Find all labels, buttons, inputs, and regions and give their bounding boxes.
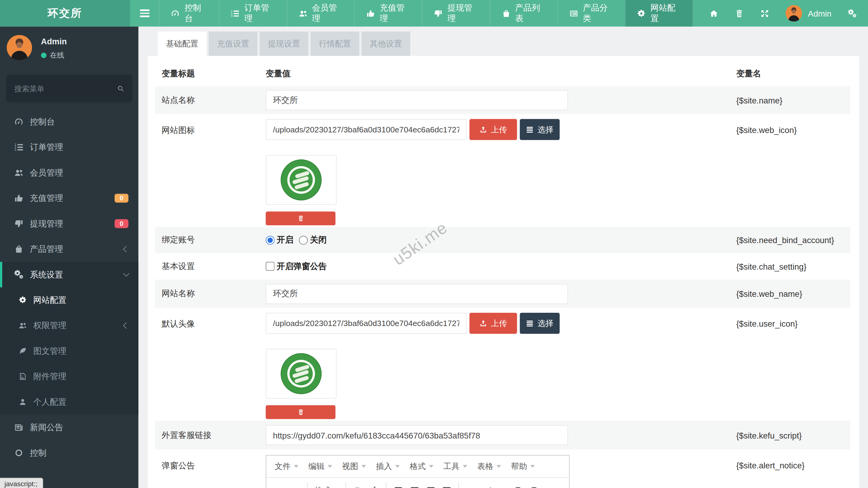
rich-text-editor: 文件 编辑 视图 插入 格式 工具 表格 帮助 bbox=[266, 455, 570, 488]
sidebar-item-content[interactable]: 图文管理 bbox=[0, 338, 138, 363]
tab-market-config[interactable]: 行情配置 bbox=[311, 32, 360, 56]
numbered-list-icon: 12 bbox=[489, 486, 499, 488]
trash-icon[interactable] bbox=[735, 8, 744, 18]
avatar[interactable] bbox=[7, 35, 32, 60]
top-nav: 控制台 123订单管理 会员管理 充值管理 提现管理 产品列表 产品分类 网站配… bbox=[159, 0, 693, 27]
row-title: 网站名称 bbox=[155, 288, 266, 299]
topnav-item-dashboard[interactable]: 控制台 bbox=[159, 0, 219, 27]
menu-file[interactable]: 文件 bbox=[270, 461, 303, 472]
search-input[interactable] bbox=[13, 84, 117, 93]
table-row: 网站名称 {$site.web_name} bbox=[155, 280, 850, 308]
web-icon-preview[interactable] bbox=[266, 155, 337, 205]
upload-button[interactable]: 上传 bbox=[469, 119, 517, 140]
indent-button[interactable] bbox=[525, 484, 539, 488]
topnav-item-members[interactable]: 会员管理 bbox=[286, 0, 354, 27]
topnav-item-products[interactable]: 产品列表 bbox=[490, 0, 557, 27]
delete-image-button[interactable] bbox=[266, 211, 335, 225]
sidebar-item-news[interactable]: 新闻公告 bbox=[0, 415, 138, 440]
row-title: 站点名称 bbox=[155, 95, 266, 105]
topnav-item-withdraw[interactable]: 提现管理 bbox=[422, 0, 490, 27]
topnav-item-orders[interactable]: 123订单管理 bbox=[219, 0, 286, 27]
menu-edit[interactable]: 编辑 bbox=[303, 461, 337, 472]
radio-option-on[interactable]: 开启 bbox=[266, 235, 293, 245]
avatar[interactable] bbox=[786, 5, 802, 22]
menu-insert[interactable]: 插入 bbox=[371, 461, 405, 472]
delete-image-button[interactable] bbox=[266, 405, 335, 419]
align-right-button[interactable] bbox=[424, 484, 437, 488]
sidebar-item-recharge[interactable]: 充值管理0 bbox=[0, 185, 138, 211]
thumbs-down-icon bbox=[434, 8, 443, 18]
align-justify-button[interactable] bbox=[439, 484, 453, 488]
radio-on[interactable] bbox=[266, 236, 275, 244]
sidebar-item-withdraw[interactable]: 提现管理0 bbox=[0, 211, 138, 236]
bold-button[interactable]: B bbox=[351, 484, 365, 488]
sidebar-toggle-button[interactable] bbox=[130, 0, 159, 27]
sidebar-item-permissions[interactable]: 权限管理 bbox=[0, 313, 138, 338]
menu-tools[interactable]: 工具 bbox=[438, 461, 472, 472]
user-icon bbox=[19, 398, 27, 406]
undo-button[interactable] bbox=[272, 484, 286, 488]
radio-option-off[interactable]: 关闭 bbox=[299, 235, 327, 245]
topnav-item-site-config[interactable]: 网站配置 bbox=[625, 0, 693, 27]
table-row: 弹窗公告 文件 编辑 视图 插入 格式 工具 表格 帮助 bbox=[155, 449, 850, 488]
sidebar-item-site-config[interactable]: 网站配置 bbox=[0, 287, 138, 313]
select-button[interactable]: 选择 bbox=[520, 119, 559, 140]
topnav-item-recharge[interactable]: 充值管理 bbox=[354, 0, 422, 27]
web-name-input[interactable] bbox=[266, 284, 568, 304]
menu-view[interactable]: 视图 bbox=[337, 461, 371, 472]
upload-button[interactable]: 上传 bbox=[469, 313, 517, 334]
svg-text:1: 1 bbox=[490, 486, 492, 488]
editor-menubar: 文件 编辑 视图 插入 格式 工具 表格 帮助 bbox=[266, 456, 569, 478]
profile-username[interactable]: Admin bbox=[41, 36, 67, 46]
user-menu[interactable]: Admin bbox=[808, 8, 832, 18]
kefu-link-input[interactable] bbox=[266, 425, 568, 445]
home-icon[interactable] bbox=[709, 8, 719, 18]
redo-button[interactable] bbox=[288, 484, 302, 488]
tab-recharge-settings[interactable]: 充值设置 bbox=[209, 32, 257, 56]
status-badge: 0 bbox=[115, 194, 128, 202]
menu-format[interactable]: 格式 bbox=[405, 461, 438, 472]
thumbs-up-icon bbox=[14, 193, 24, 203]
bullet-list-button[interactable] bbox=[464, 484, 478, 488]
sidebar-item-personal-config[interactable]: 个人配置 bbox=[0, 389, 138, 415]
sidebar-item-dashboard[interactable]: 控制台 bbox=[0, 109, 138, 134]
tab-other-settings[interactable]: 其他设置 bbox=[362, 32, 410, 56]
align-left-button[interactable] bbox=[392, 484, 405, 488]
checkbox-popup-notice[interactable]: 开启弹窗公告 bbox=[266, 261, 327, 271]
outdent-button[interactable] bbox=[509, 484, 523, 488]
numbered-list-button[interactable]: 12 bbox=[487, 484, 500, 488]
sidebar-item-products[interactable]: 产品管理 bbox=[0, 237, 138, 262]
user-icon-preview[interactable] bbox=[266, 349, 337, 398]
sidebar-item-system-settings[interactable]: 系统设置 bbox=[0, 262, 138, 287]
topbar-right: Admin bbox=[693, 0, 868, 27]
user-icon-path-input[interactable] bbox=[266, 313, 467, 334]
dashboard-icon bbox=[171, 8, 180, 18]
settings-gears-icon[interactable] bbox=[847, 8, 857, 18]
header-var-name: 变量名 bbox=[736, 69, 850, 79]
search-icon[interactable] bbox=[117, 85, 125, 93]
menu-table[interactable]: 表格 bbox=[472, 461, 506, 472]
var-name: {$site.name} bbox=[736, 96, 850, 105]
menu-help[interactable]: 帮助 bbox=[506, 461, 540, 472]
list-icon bbox=[526, 319, 534, 327]
tab-withdraw-settings[interactable]: 提现设置 bbox=[260, 32, 309, 56]
popup-notice-checkbox[interactable] bbox=[266, 262, 275, 271]
align-center-button[interactable] bbox=[407, 484, 421, 488]
site-name-input[interactable] bbox=[266, 90, 568, 110]
var-name: {$site.kefu_script} bbox=[736, 430, 850, 440]
sidebar-item-control[interactable]: 控制 bbox=[0, 440, 138, 465]
sidebar: Admin 在线 控制台 123订单管理 会员管理 充值管理0 提现管理0 产品… bbox=[0, 27, 138, 488]
sidebar-item-attachments[interactable]: 附件管理 bbox=[0, 364, 138, 389]
topnav-item-categories[interactable]: 产品分类 bbox=[557, 0, 625, 27]
sidebar-item-orders[interactable]: 123订单管理 bbox=[0, 134, 138, 160]
sidebar-item-members[interactable]: 会员管理 bbox=[0, 160, 138, 185]
fullscreen-icon[interactable] bbox=[760, 8, 770, 18]
web-icon-path-input[interactable] bbox=[266, 119, 467, 140]
select-button[interactable]: 选择 bbox=[520, 313, 559, 334]
table-row: 默认头像 上传 选择 {$site.user_icon} bbox=[155, 308, 850, 421]
radio-off[interactable] bbox=[299, 236, 308, 244]
caret-down-icon bbox=[395, 465, 400, 468]
italic-button[interactable]: I bbox=[367, 484, 381, 488]
format-select[interactable]: 格式 bbox=[312, 485, 341, 488]
tab-basic-config[interactable]: 基础配置 bbox=[158, 32, 207, 56]
